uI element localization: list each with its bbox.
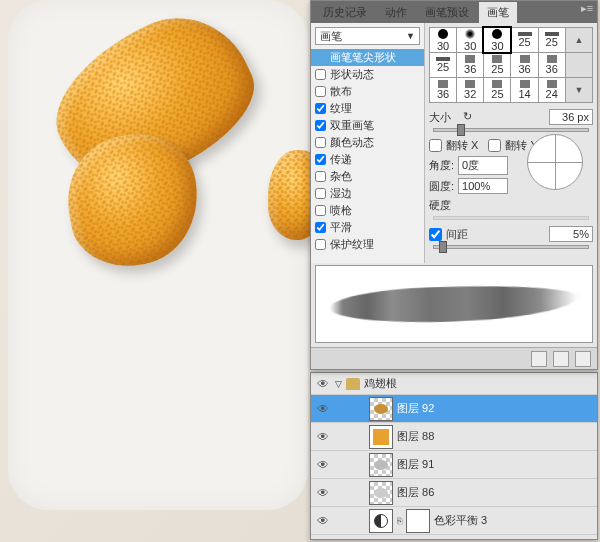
- brush-tip-cell[interactable]: 36: [430, 78, 456, 102]
- size-label: 大小: [429, 110, 459, 125]
- spacing-input[interactable]: 5%: [549, 226, 593, 242]
- tab-history[interactable]: 历史记录: [315, 2, 375, 23]
- angle-widget[interactable]: [527, 134, 583, 190]
- option-tip-shape[interactable]: 画笔笔尖形状: [311, 49, 424, 66]
- reset-icon[interactable]: ↻: [463, 110, 477, 124]
- checkbox[interactable]: [315, 137, 326, 148]
- new-brush-icon[interactable]: [553, 351, 569, 367]
- size-input[interactable]: 36 px: [549, 109, 593, 125]
- brush-tip-cell[interactable]: 32: [457, 78, 483, 102]
- checkbox[interactable]: [315, 188, 326, 199]
- panel-menu-icon[interactable]: ▸≡: [577, 2, 597, 22]
- brush-tip-cell[interactable]: ▲: [566, 28, 592, 52]
- checkbox[interactable]: [315, 120, 326, 131]
- brush-tip-cell[interactable]: 36: [511, 53, 537, 77]
- checkbox[interactable]: [315, 205, 326, 216]
- size-slider[interactable]: [433, 128, 589, 132]
- angle-input[interactable]: 0度: [458, 156, 508, 175]
- layer-thumbnail[interactable]: [369, 425, 393, 449]
- visibility-icon[interactable]: 👁: [315, 457, 331, 473]
- brush-panel: 历史记录 动作 画笔预设 画笔 ▸≡ 画笔▼ 画笔笔尖形状 形状动态 散布 纹理…: [310, 0, 598, 370]
- layer-thumbnail[interactable]: [369, 397, 393, 421]
- layer-row[interactable]: 👁 图层 88: [311, 423, 597, 451]
- layer-name: 图层 91: [397, 457, 434, 472]
- brush-tip-cell[interactable]: 25: [511, 28, 537, 52]
- checkbox[interactable]: [315, 69, 326, 80]
- layer-row[interactable]: 👁 图层 91: [311, 451, 597, 479]
- option-wet-edges[interactable]: 湿边: [311, 185, 424, 202]
- checkbox[interactable]: [315, 239, 326, 250]
- brush-tip-grid[interactable]: 3030302525▲25362536363632251424▼: [429, 27, 593, 103]
- option-noise[interactable]: 杂色: [311, 168, 424, 185]
- link-icon: ⎘: [397, 516, 402, 526]
- brush-tip-cell[interactable]: 36: [539, 53, 565, 77]
- brush-tip-cell[interactable]: 25: [430, 53, 456, 77]
- visibility-icon[interactable]: 👁: [315, 429, 331, 445]
- folder-icon: [346, 378, 360, 390]
- checkbox[interactable]: [315, 154, 326, 165]
- layer-row[interactable]: 👁 图层 86: [311, 479, 597, 507]
- brush-tip-cell[interactable]: 25: [539, 28, 565, 52]
- spacing-checkbox[interactable]: [429, 228, 442, 241]
- brush-tip-cell[interactable]: 36: [457, 53, 483, 77]
- option-protect-texture[interactable]: 保护纹理: [311, 236, 424, 253]
- roundness-input[interactable]: 100%: [458, 178, 508, 194]
- brush-tip-cell[interactable]: 30: [430, 28, 456, 52]
- flip-x-checkbox[interactable]: [429, 139, 442, 152]
- chevron-down-icon[interactable]: ▽: [335, 379, 342, 389]
- hardness-label: 硬度: [429, 198, 451, 213]
- option-texture[interactable]: 纹理: [311, 100, 424, 117]
- layer-row[interactable]: 👁 图层 92: [311, 395, 597, 423]
- mask-thumbnail[interactable]: [406, 509, 430, 533]
- visibility-icon[interactable]: 👁: [315, 513, 331, 529]
- angle-label: 角度:: [429, 158, 454, 173]
- layer-thumbnail[interactable]: [369, 453, 393, 477]
- brush-tip-cell[interactable]: [566, 53, 592, 77]
- group-name: 鸡翅根: [364, 376, 397, 391]
- brush-tip-cell[interactable]: 25: [484, 53, 510, 77]
- layer-name: 图层 86: [397, 485, 434, 500]
- visibility-icon[interactable]: 👁: [315, 401, 331, 417]
- brush-preset-dropdown[interactable]: 画笔▼: [315, 27, 420, 45]
- toggle-preview-icon[interactable]: [531, 351, 547, 367]
- brush-tip-cell[interactable]: 14: [511, 78, 537, 102]
- visibility-icon[interactable]: 👁: [315, 376, 331, 392]
- layer-thumbnail[interactable]: [369, 481, 393, 505]
- panel-tab-bar: 历史记录 动作 画笔预设 画笔 ▸≡: [311, 1, 597, 23]
- layer-name: 图层 88: [397, 429, 434, 444]
- roundness-label: 圆度:: [429, 179, 454, 194]
- option-scattering[interactable]: 散布: [311, 83, 424, 100]
- canvas-area[interactable]: [0, 0, 310, 542]
- brush-tip-cell[interactable]: 25: [484, 78, 510, 102]
- tab-brush-presets[interactable]: 画笔预设: [417, 2, 477, 23]
- checkbox[interactable]: [315, 171, 326, 182]
- plate-artwork: [8, 0, 308, 510]
- visibility-icon[interactable]: 👁: [315, 485, 331, 501]
- tab-brush[interactable]: 画笔: [479, 2, 517, 23]
- option-transfer[interactable]: 传递: [311, 151, 424, 168]
- option-dual-brush[interactable]: 双重画笔: [311, 117, 424, 134]
- layer-row[interactable]: 👁 ⎘ 色彩平衡 3: [311, 507, 597, 535]
- option-color-dynamics[interactable]: 颜色动态: [311, 134, 424, 151]
- tab-actions[interactable]: 动作: [377, 2, 415, 23]
- layer-name: 图层 92: [397, 401, 434, 416]
- brush-settings: 3030302525▲25362536363632251424▼ 大小 ↻ 36…: [425, 23, 597, 263]
- adjustment-icon[interactable]: [369, 509, 393, 533]
- trash-icon[interactable]: [575, 351, 591, 367]
- brush-tip-cell[interactable]: 30: [457, 28, 483, 52]
- option-airbrush[interactable]: 喷枪: [311, 202, 424, 219]
- brush-tip-cell[interactable]: 24: [539, 78, 565, 102]
- hardness-slider: [433, 216, 589, 220]
- layer-group-row[interactable]: 👁 ▽ 鸡翅根: [311, 373, 597, 395]
- option-smoothing[interactable]: 平滑: [311, 219, 424, 236]
- checkbox[interactable]: [315, 222, 326, 233]
- checkbox[interactable]: [315, 103, 326, 114]
- panel-footer: [311, 347, 597, 369]
- brush-tip-cell[interactable]: 30: [484, 28, 510, 52]
- checkbox[interactable]: [315, 86, 326, 97]
- layer-name: 色彩平衡 3: [434, 513, 487, 528]
- spacing-slider[interactable]: [433, 245, 589, 249]
- option-shape-dynamics[interactable]: 形状动态: [311, 66, 424, 83]
- flip-y-checkbox[interactable]: [488, 139, 501, 152]
- brush-tip-cell[interactable]: ▼: [566, 78, 592, 102]
